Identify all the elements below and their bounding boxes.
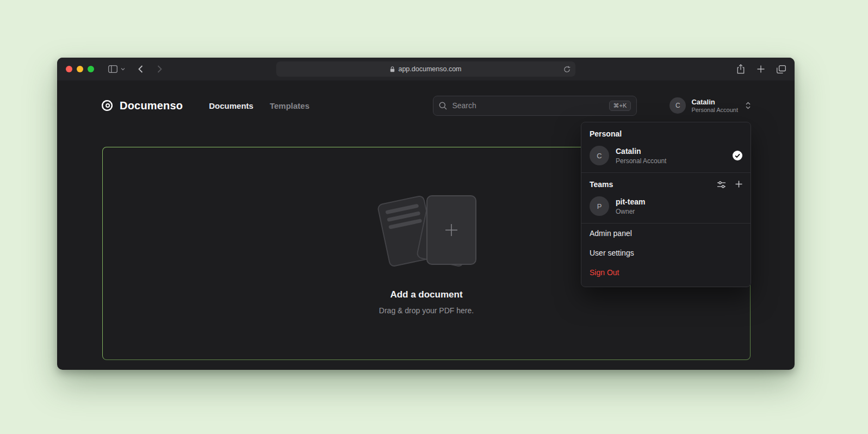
minimize-button[interactable] xyxy=(77,66,83,72)
teams-section-label: Teams xyxy=(590,180,613,189)
add-team-icon[interactable] xyxy=(735,181,742,189)
nav-documents[interactable]: Documents xyxy=(209,101,253,110)
avatar: P xyxy=(590,196,609,216)
search-icon xyxy=(439,102,447,110)
account-menu-trigger[interactable]: C Catalin Personal Account xyxy=(669,97,751,114)
search-shortcut-badge: ⌘+K xyxy=(609,101,631,111)
address-bar[interactable]: app.documenso.com xyxy=(276,61,575,77)
document-stack-illustration xyxy=(364,193,489,273)
team-role: Owner xyxy=(616,208,645,215)
titlebar-right-controls xyxy=(736,64,786,74)
account-type: Personal Account xyxy=(691,107,738,113)
document-card-add xyxy=(426,195,476,265)
new-tab-icon[interactable] xyxy=(757,65,765,73)
traffic-lights xyxy=(66,66,94,72)
lock-icon xyxy=(390,66,395,72)
nav-templates[interactable]: Templates xyxy=(270,101,309,110)
account-name: Catalin xyxy=(691,98,738,107)
selected-check-icon xyxy=(733,151,742,160)
share-icon[interactable] xyxy=(736,64,745,74)
back-button[interactable] xyxy=(138,65,143,73)
personal-account-name: Catalin xyxy=(616,147,666,156)
zoom-button[interactable] xyxy=(88,66,94,72)
personal-account-item[interactable]: C Catalin Personal Account xyxy=(581,142,751,172)
browser-window: app.documenso.com xyxy=(57,58,795,370)
menu-item-admin-panel[interactable]: Admin panel xyxy=(581,224,751,243)
teams-section-header: Teams xyxy=(581,173,751,193)
personal-section-label: Personal xyxy=(581,122,751,142)
documenso-logo-icon xyxy=(101,99,114,112)
chevron-updown-icon xyxy=(745,101,751,110)
brand-name: Documenso xyxy=(120,100,183,112)
brand[interactable]: Documenso xyxy=(101,99,183,112)
refresh-icon[interactable] xyxy=(563,66,571,73)
sidebar-toggle-icon[interactable] xyxy=(108,65,117,73)
dropzone-title: Add a document xyxy=(390,289,462,300)
titlebar-left-controls xyxy=(108,65,162,73)
tab-overview-icon[interactable] xyxy=(777,65,786,73)
chevron-down-icon[interactable] xyxy=(121,67,125,71)
search-placeholder: Search xyxy=(452,101,604,110)
team-item[interactable]: P pit-team Owner xyxy=(581,193,751,223)
avatar: C xyxy=(669,97,686,114)
manage-teams-icon[interactable] xyxy=(717,181,726,189)
avatar: C xyxy=(590,146,609,165)
teams-actions xyxy=(717,181,742,189)
search-input[interactable]: Search ⌘+K xyxy=(433,96,637,116)
forward-button[interactable] xyxy=(157,65,162,73)
plus-icon xyxy=(443,222,460,238)
team-name: pit-team xyxy=(616,197,645,206)
close-button[interactable] xyxy=(66,66,72,72)
account-dropdown-menu: Personal C Catalin Personal Account Team… xyxy=(581,122,751,287)
browser-titlebar: app.documenso.com xyxy=(57,58,795,80)
personal-account-subtitle: Personal Account xyxy=(616,157,666,165)
address-url: app.documenso.com xyxy=(398,65,461,73)
menu-item-user-settings[interactable]: User settings xyxy=(581,243,751,263)
dropzone-subtitle: Drag & drop your PDF here. xyxy=(379,306,474,315)
menu-item-sign-out[interactable]: Sign Out xyxy=(581,263,751,282)
primary-nav: Documents Templates xyxy=(209,101,309,110)
